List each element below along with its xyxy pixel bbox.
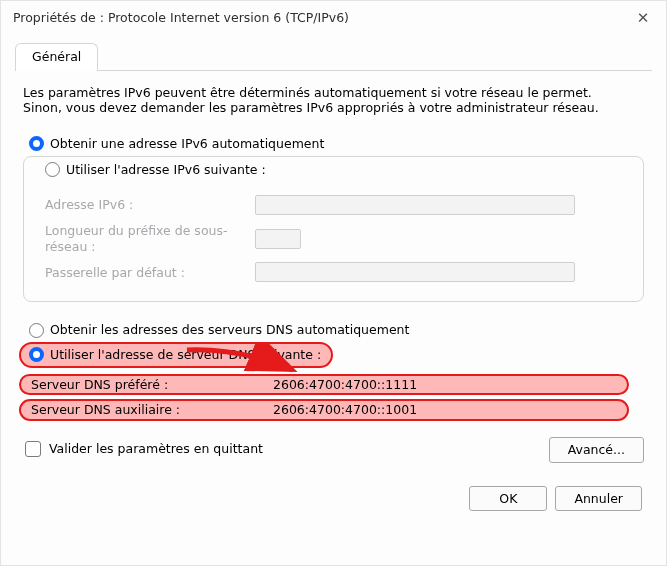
field-label: Serveur DNS préféré : bbox=[31, 377, 263, 393]
dns-mode-section: Obtenir les adresses des serveurs DNS au… bbox=[21, 320, 646, 421]
field-prefix-length: Longueur du préfixe de sous-réseau : bbox=[45, 223, 622, 254]
dns-alternate-input[interactable]: 2606:4700:4700::1001 bbox=[273, 402, 417, 418]
field-dns-alternate: Serveur DNS auxiliaire : 2606:4700:4700:… bbox=[19, 399, 629, 421]
title-bar: Propriétés de : Protocole Internet versi… bbox=[1, 1, 666, 35]
radio-label: Obtenir une adresse IPv6 automatiquement bbox=[50, 136, 324, 152]
dialog-buttons: OK Annuler bbox=[21, 486, 646, 512]
window-title: Propriétés de : Protocole Internet versi… bbox=[13, 10, 349, 26]
ip-mode-section: Obtenir une adresse IPv6 automatiquement… bbox=[21, 134, 646, 303]
radio-dns-auto[interactable]: Obtenir les adresses des serveurs DNS au… bbox=[21, 320, 646, 340]
checkbox-icon bbox=[25, 441, 41, 457]
checkbox-label: Valider les paramètres en quittant bbox=[49, 441, 263, 457]
intro-text: Les paramètres IPv6 peuvent être détermi… bbox=[21, 85, 631, 116]
radio-icon bbox=[45, 162, 60, 177]
ok-button[interactable]: OK bbox=[469, 486, 547, 512]
radio-icon bbox=[29, 136, 44, 151]
ip-manual-group: Utiliser l'adresse IPv6 suivante : Adres… bbox=[23, 156, 644, 303]
tab-content: Les paramètres IPv6 peuvent être détermi… bbox=[15, 71, 652, 512]
radio-dns-manual[interactable]: Utiliser l'adresse de serveur DNS suivan… bbox=[19, 342, 333, 368]
radio-label: Utiliser l'adresse IPv6 suivante : bbox=[66, 162, 266, 178]
dialog-body: Général Les paramètres IPv6 peuvent être… bbox=[1, 35, 666, 525]
radio-icon bbox=[29, 323, 44, 338]
dialog-window: Propriétés de : Protocole Internet versi… bbox=[0, 0, 667, 566]
radio-ip-auto[interactable]: Obtenir une adresse IPv6 automatiquement bbox=[21, 134, 646, 154]
field-label: Adresse IPv6 : bbox=[45, 197, 245, 213]
radio-icon bbox=[29, 347, 44, 362]
field-label: Longueur du préfixe de sous-réseau : bbox=[45, 223, 245, 254]
radio-ip-manual[interactable]: Utiliser l'adresse IPv6 suivante : bbox=[37, 160, 624, 180]
cancel-button[interactable]: Annuler bbox=[555, 486, 642, 512]
advanced-button[interactable]: Avancé... bbox=[549, 437, 644, 463]
prefix-length-input bbox=[255, 229, 301, 249]
close-button[interactable]: ✕ bbox=[632, 9, 654, 28]
ipv6-address-input bbox=[255, 195, 575, 215]
tab-general[interactable]: Général bbox=[15, 43, 98, 71]
field-label: Serveur DNS auxiliaire : bbox=[31, 402, 263, 418]
field-dns-preferred: Serveur DNS préféré : 2606:4700:4700::11… bbox=[19, 374, 629, 396]
field-ipv6-address: Adresse IPv6 : bbox=[45, 195, 622, 215]
radio-label: Obtenir les adresses des serveurs DNS au… bbox=[50, 322, 409, 338]
field-default-gateway: Passerelle par défaut : bbox=[45, 262, 622, 282]
tab-strip: Général bbox=[15, 43, 652, 71]
field-label: Passerelle par défaut : bbox=[45, 265, 245, 281]
ip-fields: Adresse IPv6 : Longueur du préfixe de so… bbox=[43, 195, 624, 286]
dns-preferred-input[interactable]: 2606:4700:4700::1111 bbox=[273, 377, 417, 393]
radio-label: Utiliser l'adresse de serveur DNS suivan… bbox=[50, 347, 321, 363]
gateway-input bbox=[255, 262, 575, 282]
